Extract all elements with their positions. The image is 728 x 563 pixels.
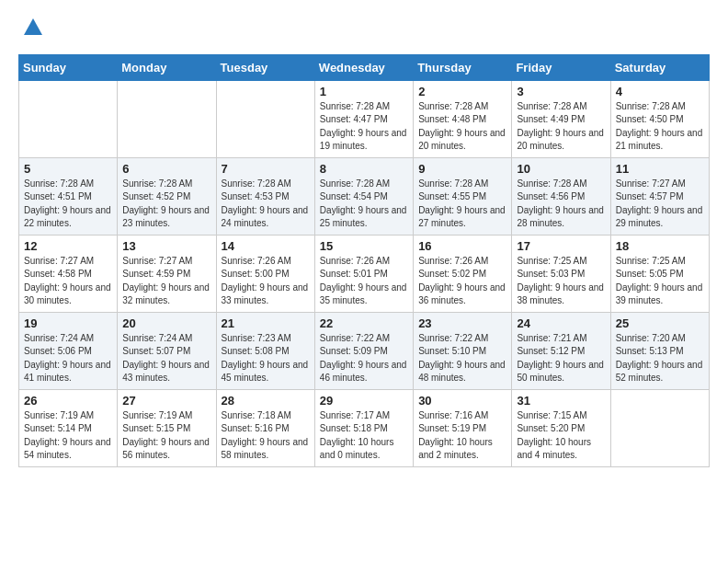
calendar-cell: 20Sunrise: 7:24 AM Sunset: 5:07 PM Dayli… [118, 312, 216, 389]
day-info: Sunrise: 7:28 AM Sunset: 4:56 PM Dayligh… [517, 178, 605, 231]
day-number: 17 [517, 239, 605, 253]
day-info: Sunrise: 7:28 AM Sunset: 4:55 PM Dayligh… [418, 178, 506, 231]
day-info: Sunrise: 7:22 AM Sunset: 5:10 PM Dayligh… [418, 332, 506, 385]
calendar-cell: 19Sunrise: 7:24 AM Sunset: 5:06 PM Dayli… [19, 312, 118, 389]
calendar-cell: 12Sunrise: 7:27 AM Sunset: 4:58 PM Dayli… [19, 235, 118, 312]
header [18, 15, 710, 45]
calendar-cell: 28Sunrise: 7:18 AM Sunset: 5:16 PM Dayli… [216, 389, 314, 466]
calendar-cell: 27Sunrise: 7:19 AM Sunset: 5:15 PM Dayli… [118, 389, 216, 466]
day-info: Sunrise: 7:23 AM Sunset: 5:08 PM Dayligh… [222, 332, 310, 385]
day-info: Sunrise: 7:28 AM Sunset: 4:50 PM Dayligh… [616, 100, 704, 154]
calendar-cell: 8Sunrise: 7:28 AM Sunset: 4:54 PM Daylig… [314, 157, 413, 235]
calendar-cell: 3Sunrise: 7:28 AM Sunset: 4:49 PM Daylig… [512, 80, 610, 157]
calendar-cell: 22Sunrise: 7:22 AM Sunset: 5:09 PM Dayli… [314, 312, 413, 389]
day-number: 19 [24, 316, 112, 330]
calendar-cell: 11Sunrise: 7:27 AM Sunset: 4:57 PM Dayli… [610, 157, 709, 235]
calendar-cell: 5Sunrise: 7:28 AM Sunset: 4:51 PM Daylig… [19, 157, 118, 235]
day-number: 30 [418, 394, 506, 408]
calendar-week-row: 1Sunrise: 7:28 AM Sunset: 4:47 PM Daylig… [19, 80, 710, 157]
day-number: 9 [418, 162, 506, 176]
day-number: 22 [320, 316, 408, 330]
day-info: Sunrise: 7:20 AM Sunset: 5:13 PM Dayligh… [616, 332, 704, 385]
calendar-cell: 6Sunrise: 7:28 AM Sunset: 4:52 PM Daylig… [118, 157, 216, 235]
day-info: Sunrise: 7:27 AM Sunset: 4:59 PM Dayligh… [122, 255, 210, 308]
day-number: 1 [320, 85, 408, 98]
day-number: 10 [517, 162, 605, 176]
day-info: Sunrise: 7:15 AM Sunset: 5:20 PM Dayligh… [517, 409, 605, 463]
day-info: Sunrise: 7:25 AM Sunset: 5:05 PM Dayligh… [616, 255, 704, 308]
day-number: 16 [418, 239, 506, 253]
day-number: 23 [418, 316, 506, 330]
day-number: 3 [517, 85, 605, 98]
calendar-cell [118, 80, 216, 157]
day-number: 31 [517, 394, 605, 408]
calendar-cell [216, 80, 314, 157]
logo [18, 15, 46, 45]
calendar-week-row: 5Sunrise: 7:28 AM Sunset: 4:51 PM Daylig… [19, 157, 710, 235]
calendar-cell: 30Sunrise: 7:16 AM Sunset: 5:19 PM Dayli… [414, 389, 512, 466]
day-info: Sunrise: 7:25 AM Sunset: 5:03 PM Dayligh… [517, 255, 605, 308]
calendar-cell: 10Sunrise: 7:28 AM Sunset: 4:56 PM Dayli… [512, 157, 610, 235]
day-number: 2 [418, 85, 506, 98]
calendar-week-row: 19Sunrise: 7:24 AM Sunset: 5:06 PM Dayli… [19, 312, 710, 389]
day-info: Sunrise: 7:18 AM Sunset: 5:16 PM Dayligh… [222, 409, 310, 463]
day-info: Sunrise: 7:27 AM Sunset: 4:57 PM Dayligh… [616, 178, 704, 231]
day-number: 26 [24, 394, 112, 408]
day-number: 6 [122, 162, 210, 176]
day-info: Sunrise: 7:17 AM Sunset: 5:18 PM Dayligh… [320, 409, 408, 463]
calendar-cell [610, 389, 709, 466]
calendar-cell: 23Sunrise: 7:22 AM Sunset: 5:10 PM Dayli… [414, 312, 512, 389]
calendar-cell: 24Sunrise: 7:21 AM Sunset: 5:12 PM Dayli… [512, 312, 610, 389]
day-number: 28 [222, 394, 310, 408]
day-number: 25 [616, 316, 704, 330]
weekday-header-thursday: Thursday [414, 54, 512, 80]
calendar-cell: 1Sunrise: 7:28 AM Sunset: 4:47 PM Daylig… [314, 80, 413, 157]
day-number: 14 [222, 239, 310, 253]
day-number: 11 [616, 162, 704, 176]
calendar-cell: 18Sunrise: 7:25 AM Sunset: 5:05 PM Dayli… [610, 235, 709, 312]
day-number: 4 [616, 85, 704, 98]
day-info: Sunrise: 7:19 AM Sunset: 5:15 PM Dayligh… [122, 409, 210, 463]
day-info: Sunrise: 7:28 AM Sunset: 4:53 PM Dayligh… [222, 178, 310, 231]
day-info: Sunrise: 7:24 AM Sunset: 5:07 PM Dayligh… [122, 332, 210, 385]
day-info: Sunrise: 7:22 AM Sunset: 5:09 PM Dayligh… [320, 332, 408, 385]
day-number: 18 [616, 239, 704, 253]
calendar-cell: 17Sunrise: 7:25 AM Sunset: 5:03 PM Dayli… [512, 235, 610, 312]
day-info: Sunrise: 7:24 AM Sunset: 5:06 PM Dayligh… [24, 332, 112, 385]
calendar-cell: 14Sunrise: 7:26 AM Sunset: 5:00 PM Dayli… [216, 235, 314, 312]
calendar-cell: 31Sunrise: 7:15 AM Sunset: 5:20 PM Dayli… [512, 389, 610, 466]
day-number: 24 [517, 316, 605, 330]
day-info: Sunrise: 7:26 AM Sunset: 5:02 PM Dayligh… [418, 255, 506, 308]
weekday-header-tuesday: Tuesday [216, 54, 314, 80]
calendar-cell: 21Sunrise: 7:23 AM Sunset: 5:08 PM Dayli… [216, 312, 314, 389]
day-info: Sunrise: 7:28 AM Sunset: 4:49 PM Dayligh… [517, 100, 605, 154]
weekday-header-sunday: Sunday [19, 54, 118, 80]
calendar-cell: 29Sunrise: 7:17 AM Sunset: 5:18 PM Dayli… [314, 389, 413, 466]
day-info: Sunrise: 7:28 AM Sunset: 4:51 PM Dayligh… [24, 178, 112, 231]
day-info: Sunrise: 7:21 AM Sunset: 5:12 PM Dayligh… [517, 332, 605, 385]
day-number: 29 [320, 394, 408, 408]
day-number: 12 [24, 239, 112, 253]
calendar-cell: 26Sunrise: 7:19 AM Sunset: 5:14 PM Dayli… [19, 389, 118, 466]
calendar-cell [19, 80, 118, 157]
calendar-cell: 13Sunrise: 7:27 AM Sunset: 4:59 PM Dayli… [118, 235, 216, 312]
day-number: 15 [320, 239, 408, 253]
day-info: Sunrise: 7:16 AM Sunset: 5:19 PM Dayligh… [418, 409, 506, 463]
calendar-cell: 4Sunrise: 7:28 AM Sunset: 4:50 PM Daylig… [610, 80, 709, 157]
day-info: Sunrise: 7:26 AM Sunset: 5:00 PM Dayligh… [222, 255, 310, 308]
calendar-cell: 7Sunrise: 7:28 AM Sunset: 4:53 PM Daylig… [216, 157, 314, 235]
calendar-cell: 25Sunrise: 7:20 AM Sunset: 5:13 PM Dayli… [610, 312, 709, 389]
day-number: 21 [222, 316, 310, 330]
day-info: Sunrise: 7:26 AM Sunset: 5:01 PM Dayligh… [320, 255, 408, 308]
day-info: Sunrise: 7:28 AM Sunset: 4:47 PM Dayligh… [320, 100, 408, 154]
day-number: 8 [320, 162, 408, 176]
calendar-cell: 9Sunrise: 7:28 AM Sunset: 4:55 PM Daylig… [414, 157, 512, 235]
day-number: 5 [24, 162, 112, 176]
weekday-header-wednesday: Wednesday [314, 54, 413, 80]
day-number: 27 [122, 394, 210, 408]
weekday-header-saturday: Saturday [610, 54, 709, 80]
calendar-cell: 2Sunrise: 7:28 AM Sunset: 4:48 PM Daylig… [414, 80, 512, 157]
calendar-table: SundayMondayTuesdayWednesdayThursdayFrid… [18, 54, 710, 467]
weekday-header-friday: Friday [512, 54, 610, 80]
day-info: Sunrise: 7:28 AM Sunset: 4:48 PM Dayligh… [418, 100, 506, 154]
